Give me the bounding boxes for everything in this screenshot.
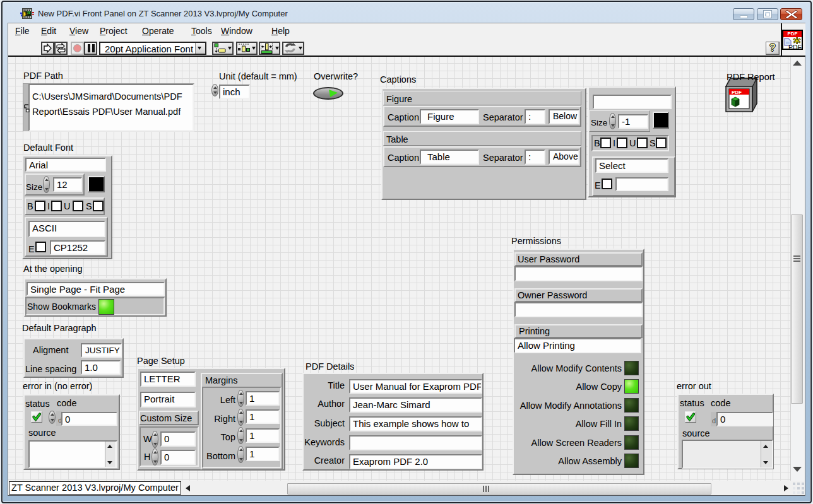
svg-text:PDF: PDF [732,90,742,95]
